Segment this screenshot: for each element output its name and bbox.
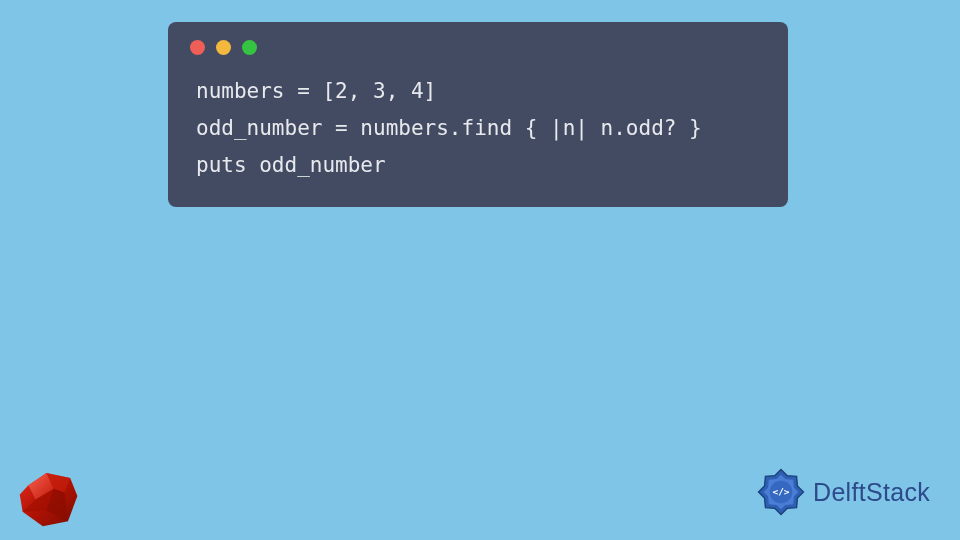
traffic-lights (168, 22, 788, 65)
delftstack-logo-icon: </> (755, 466, 807, 518)
code-line: numbers = [2, 3, 4] (196, 73, 760, 110)
maximize-icon (242, 40, 257, 55)
brand-name: DelftStack (813, 478, 930, 507)
minimize-icon (216, 40, 231, 55)
code-line: puts odd_number (196, 147, 760, 184)
delftstack-brand: </> DelftStack (755, 466, 930, 518)
code-window: numbers = [2, 3, 4]odd_number = numbers.… (168, 22, 788, 207)
ruby-logo-icon (14, 460, 86, 532)
code-line: odd_number = numbers.find { |n| n.odd? } (196, 110, 760, 147)
code-block: numbers = [2, 3, 4]odd_number = numbers.… (168, 65, 788, 183)
close-icon (190, 40, 205, 55)
svg-text:</>: </> (772, 486, 789, 497)
